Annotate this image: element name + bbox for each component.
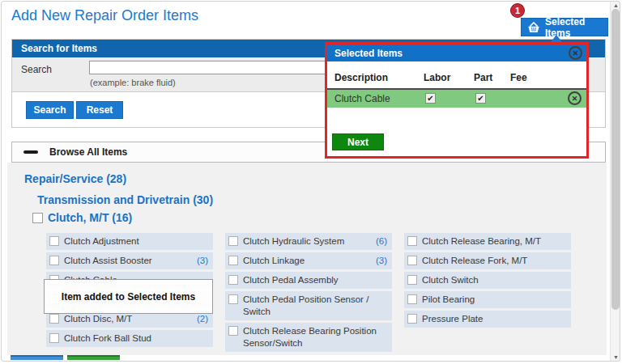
item-checkbox[interactable]: [228, 256, 238, 265]
item-label: Clutch Switch: [422, 274, 561, 286]
item-row[interactable]: Clutch Release Fork, M/T: [404, 252, 571, 269]
item-row[interactable]: Clutch Switch: [404, 272, 571, 289]
item-row[interactable]: Clutch Assist Booster (3): [46, 252, 213, 269]
item-label: Clutch Release Bearing Position Sensor/S…: [243, 325, 382, 349]
item-checkbox[interactable]: [407, 236, 417, 246]
item-checkbox[interactable]: [49, 236, 59, 246]
item-label: Clutch Assist Booster: [64, 255, 192, 267]
item-checkbox[interactable]: [228, 294, 238, 304]
item-row[interactable]: Clutch Hydraulic System (6): [225, 233, 392, 250]
item-checkbox[interactable]: [49, 314, 59, 324]
popup-col-description: Description: [334, 72, 388, 83]
search-hint: (example: brake fluid): [90, 78, 176, 87]
item-label: Clutch Fork Ball Stud: [64, 332, 203, 345]
item-label: Clutch Pedal Assembly: [243, 274, 382, 286]
vertical-scrollbar[interactable]: ▲ ▼: [610, 2, 620, 361]
item-label: Clutch Release Bearing, M/T: [422, 235, 561, 248]
item-row[interactable]: Pilot Bearing: [404, 291, 571, 308]
collapse-minus-icon: [23, 150, 38, 154]
scrollbar-thumb[interactable]: [611, 9, 620, 310]
item-label: Clutch Disc, M/T: [64, 313, 192, 325]
partial-bottom-button-blue[interactable]: [11, 355, 63, 360]
selected-item-row: Clutch Cable ✔ ✔ ✕: [327, 90, 586, 108]
item-checkbox[interactable]: [407, 275, 417, 285]
item-added-tooltip: Item added to Selected Items: [44, 279, 213, 314]
item-count: (3): [197, 255, 208, 267]
page-title: Add New Repair Order Items: [11, 7, 198, 24]
group-clutch-mt: Clutch, M/T (16): [32, 211, 132, 224]
item-column-2: Clutch Hydraulic System (6) Clutch Linka…: [225, 233, 392, 354]
selected-items-button[interactable]: Selected Items: [521, 18, 608, 36]
scroll-up-icon[interactable]: ▲: [611, 2, 621, 8]
group-label[interactable]: Clutch, M/T (16): [48, 211, 132, 224]
item-checkbox[interactable]: [228, 236, 238, 246]
item-row[interactable]: Clutch Adjustment: [46, 233, 213, 250]
item-label: Pilot Bearing: [422, 294, 561, 306]
item-checkbox[interactable]: [228, 326, 238, 336]
subcategory-link-transmission[interactable]: Transmission and Drivetrain (30): [37, 193, 213, 206]
selected-item-description: Clutch Cable: [334, 93, 390, 104]
item-row[interactable]: Clutch Release Bearing Position Sensor/S…: [225, 323, 392, 352]
popup-title: Selected Items: [334, 48, 403, 59]
item-label: Pressure Plate: [422, 313, 561, 325]
item-checkbox[interactable]: [49, 333, 59, 343]
browse-all-items-label: Browse All Items: [49, 146, 127, 158]
reset-button[interactable]: Reset: [76, 101, 123, 119]
selected-items-popup: Selected Items ✕ Description Labor Part …: [325, 42, 589, 159]
item-row[interactable]: Clutch Release Bearing, M/T: [404, 233, 571, 250]
cart-icon: [527, 22, 540, 33]
popup-col-fee: Fee: [510, 72, 527, 83]
item-label: Clutch Pedal Position Sensor / Switch: [243, 294, 382, 318]
add-repair-order-items-page: Add New Repair Order Items Selected Item…: [0, 0, 622, 364]
item-count: (2): [197, 313, 208, 325]
search-label: Search: [21, 64, 52, 75]
item-label: Clutch Release Fork, M/T: [422, 255, 561, 267]
popup-header: Selected Items ✕: [327, 44, 586, 61]
item-column-3: Clutch Release Bearing, M/T Clutch Relea…: [404, 233, 571, 330]
item-checkbox[interactable]: [49, 256, 59, 265]
item-checkbox[interactable]: [407, 256, 417, 265]
item-row[interactable]: Clutch Fork Ball Stud: [46, 330, 213, 347]
item-label: Clutch Adjustment: [64, 235, 203, 248]
group-checkbox[interactable]: [32, 213, 43, 223]
item-checkbox[interactable]: [407, 294, 417, 304]
item-row[interactable]: Clutch Pedal Position Sensor / Switch: [225, 291, 392, 320]
item-label: Clutch Hydraulic System: [243, 235, 371, 248]
scroll-down-icon[interactable]: ▼: [611, 354, 621, 360]
item-count: (3): [376, 255, 387, 267]
labor-checkbox[interactable]: ✔: [425, 93, 436, 104]
popup-col-labor: Labor: [424, 72, 450, 83]
search-button[interactable]: Search: [26, 101, 74, 119]
part-checkbox[interactable]: ✔: [475, 93, 486, 104]
item-row[interactable]: Clutch Linkage (3): [225, 252, 392, 269]
item-checkbox[interactable]: [407, 314, 417, 324]
item-row[interactable]: Pressure Plate: [404, 311, 571, 328]
item-count: (6): [376, 235, 387, 248]
remove-item-icon[interactable]: ✕: [568, 91, 582, 105]
item-checkbox[interactable]: [228, 275, 238, 285]
selected-items-button-label: Selected Items: [545, 16, 602, 39]
category-link-repair-service[interactable]: Repair/Service (28): [24, 172, 126, 185]
close-icon[interactable]: ✕: [569, 46, 582, 60]
item-column-1: Clutch Adjustment Clutch Assist Booster …: [46, 233, 213, 349]
partial-bottom-button-green[interactable]: [67, 355, 120, 360]
next-button[interactable]: Next: [332, 133, 384, 150]
popup-col-part: Part: [474, 72, 492, 83]
item-label: Clutch Linkage: [243, 255, 371, 267]
selected-count-badge: 1: [510, 3, 525, 18]
item-row[interactable]: Clutch Pedal Assembly: [225, 272, 392, 289]
